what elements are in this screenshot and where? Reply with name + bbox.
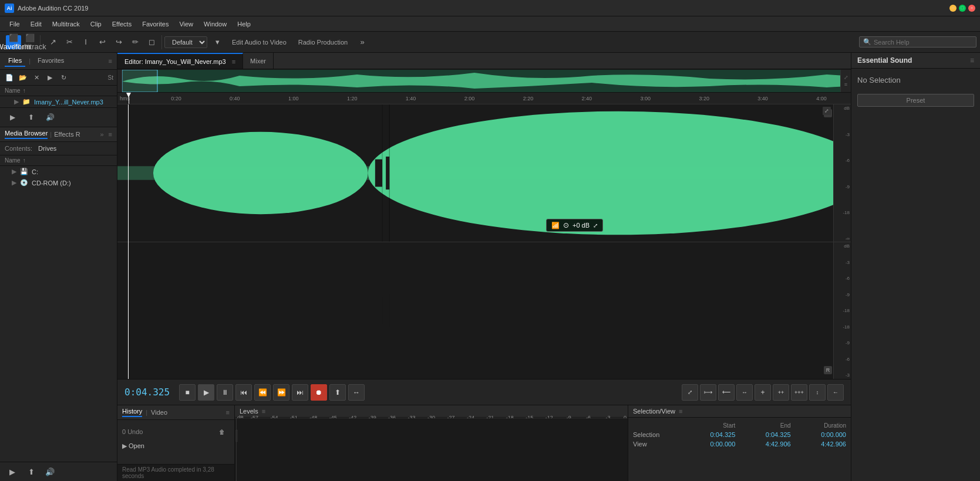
workspace-menu-button[interactable]: ▾ bbox=[210, 35, 225, 49]
menu-effects[interactable]: Effects bbox=[107, 19, 136, 29]
menu-multitrack[interactable]: Multitrack bbox=[48, 19, 85, 29]
workspace-selector[interactable]: Default bbox=[164, 36, 207, 48]
menu-clip[interactable]: Clip bbox=[86, 19, 106, 29]
open-history-item[interactable]: ▶ Open bbox=[122, 441, 230, 451]
zoom-in-button[interactable]: + bbox=[755, 384, 771, 401]
media-browser-tab[interactable]: Media Browser bbox=[5, 130, 48, 139]
zoom-fit-button[interactable]: ⤢ bbox=[682, 384, 698, 401]
effects-rack-tab[interactable]: Effects R bbox=[54, 131, 80, 138]
tab-files[interactable]: Files bbox=[5, 55, 25, 67]
menu-help[interactable]: Help bbox=[233, 19, 255, 29]
zoom-in-2-button[interactable]: ++ bbox=[773, 384, 789, 401]
mb-export-button[interactable]: ⬆ bbox=[23, 465, 39, 479]
menu-file[interactable]: File bbox=[5, 19, 25, 29]
view-start-value[interactable]: 0:00.000 bbox=[682, 441, 735, 448]
zoom-prev-button[interactable]: ← bbox=[827, 384, 844, 401]
pencil-tool-button[interactable]: ✏ bbox=[127, 35, 143, 49]
editor-tab-mixer[interactable]: Mixer bbox=[243, 53, 274, 69]
files-panel-header: Files | Favorites ≡ bbox=[0, 53, 117, 70]
selection-table: Start End Duration Selection 0:04.325 0:… bbox=[628, 418, 851, 452]
fit-icon[interactable]: ⤢ bbox=[844, 74, 848, 80]
edit-audio-to-video-button[interactable]: Edit Audio to Video bbox=[227, 35, 291, 49]
zoom-selection-button[interactable]: ↔ bbox=[736, 384, 753, 401]
marquee-tool-button[interactable]: ◻ bbox=[144, 35, 159, 49]
selection-end-value[interactable]: 0:04.325 bbox=[737, 431, 790, 438]
zoom-in-3-button[interactable]: +++ bbox=[791, 384, 807, 401]
fast-forward-button[interactable]: ⏩ bbox=[273, 384, 289, 401]
view-duration-value[interactable]: 4:42.906 bbox=[793, 441, 846, 448]
levels-menu-icon[interactable]: ≡ bbox=[262, 408, 265, 415]
undo-button[interactable]: ↩ bbox=[95, 35, 110, 49]
files-panel-menu[interactable]: ≡ bbox=[109, 57, 112, 65]
menu-view[interactable]: View bbox=[174, 19, 198, 29]
waveform-expand-button[interactable]: ⤢ bbox=[823, 107, 831, 115]
maximize-button[interactable]: □ bbox=[959, 5, 966, 12]
menu-favorites[interactable]: Favorites bbox=[137, 19, 173, 29]
mini-waveform[interactable] bbox=[122, 70, 840, 92]
zoom-out-time-button[interactable]: ⟵ bbox=[718, 384, 735, 401]
waveform-channel-left bbox=[117, 104, 833, 242]
drive-item-c[interactable]: ▶ 💾 C: bbox=[0, 166, 117, 177]
menu-window[interactable]: Window bbox=[199, 19, 231, 29]
levels-tab-label[interactable]: Levels bbox=[240, 408, 258, 415]
redo-button[interactable]: ↪ bbox=[111, 35, 126, 49]
search-icon: 🔍 bbox=[863, 38, 871, 46]
selection-view-tab[interactable]: Selection/View bbox=[633, 408, 675, 415]
mb-volume-button[interactable]: 🔊 bbox=[42, 465, 58, 479]
selection-start-value[interactable]: 0:04.325 bbox=[682, 431, 735, 438]
media-browser-menu-button[interactable]: ≡ bbox=[109, 131, 112, 138]
drives-button[interactable]: Drives bbox=[36, 144, 59, 153]
files-export-button[interactable]: ⬆ bbox=[23, 110, 39, 124]
selection-duration-value[interactable]: 0:00.000 bbox=[793, 431, 846, 438]
scroll-icon[interactable]: ≡ bbox=[844, 82, 847, 87]
export-button[interactable]: ⬆ bbox=[329, 384, 346, 401]
go-to-end-button[interactable]: ⏭ bbox=[292, 384, 308, 401]
close-button[interactable]: × bbox=[968, 5, 975, 12]
selection-view-menu[interactable]: ≡ bbox=[679, 408, 682, 415]
view-end-value[interactable]: 4:42.906 bbox=[737, 441, 790, 448]
autoplay-button[interactable]: ▶ bbox=[44, 72, 56, 83]
search-bar: 🔍 bbox=[859, 36, 976, 48]
essential-sound-menu[interactable]: ≡ bbox=[970, 56, 974, 65]
files-play-button[interactable]: ▶ bbox=[5, 110, 20, 124]
editor-tab-menu-icon[interactable]: ≡ bbox=[232, 58, 235, 65]
open-file-button[interactable]: 📂 bbox=[17, 72, 29, 83]
close-file-button[interactable]: ✕ bbox=[31, 72, 42, 83]
slice-tool-button[interactable]: ✂ bbox=[62, 35, 77, 49]
rewind-button[interactable]: ⏪ bbox=[254, 384, 271, 401]
radio-production-button[interactable]: Radio Production bbox=[294, 35, 352, 49]
waveform-area[interactable]: dB -3 -6 -9 -18 -∞ L dB -3 -6 -9 -18 -18 bbox=[117, 104, 851, 379]
history-menu-button[interactable]: ≡ bbox=[226, 409, 230, 416]
play-button[interactable]: ▶ bbox=[198, 384, 214, 401]
zoom-fit-all-button[interactable]: ↕ bbox=[809, 384, 826, 401]
minimize-button[interactable]: − bbox=[949, 5, 957, 12]
file-item-imany[interactable]: ▶ 📁 Imany_Y...ill_Never.mp3 bbox=[0, 96, 117, 107]
db-bot-n18: -18 bbox=[843, 308, 850, 313]
editor-tab-waveform[interactable]: Editor: Imany_You_Will_Never.mp3 ≡ bbox=[117, 53, 243, 69]
media-browser-expand-button[interactable]: » bbox=[100, 131, 103, 138]
multitrack-view-button[interactable]: ⬛ Multitrack bbox=[22, 35, 38, 49]
loop-button[interactable]: ↻ bbox=[58, 72, 69, 83]
video-tab[interactable]: Video bbox=[151, 409, 167, 416]
time-selection-button[interactable]: I bbox=[78, 35, 93, 49]
mb-play-button[interactable]: ▶ bbox=[5, 465, 20, 479]
zoom-in-time-button[interactable]: ⟼ bbox=[700, 384, 716, 401]
drive-item-d[interactable]: ▶ 💿 CD-ROM (D:) bbox=[0, 177, 117, 188]
history-tab[interactable]: History bbox=[122, 408, 142, 417]
loop-transport-button[interactable]: ↔ bbox=[348, 384, 365, 401]
new-file-button[interactable]: 📄 bbox=[4, 72, 15, 83]
pause-button[interactable]: ⏸ bbox=[217, 384, 233, 401]
files-volume-button[interactable]: 🔊 bbox=[42, 110, 58, 124]
gain-expand-icon[interactable]: ⤢ bbox=[593, 222, 598, 229]
search-input[interactable] bbox=[874, 39, 972, 46]
go-to-start-button[interactable]: ⏮ bbox=[235, 384, 252, 401]
tab-favorites[interactable]: Favorites bbox=[34, 55, 68, 67]
history-header: History | Video ≡ bbox=[117, 405, 234, 420]
stop-button[interactable]: ■ bbox=[179, 384, 196, 401]
clear-history-button[interactable]: 🗑 bbox=[214, 425, 230, 439]
move-tool-button[interactable]: ↗ bbox=[45, 35, 60, 49]
preset-button[interactable]: Preset bbox=[857, 94, 974, 107]
record-button[interactable]: ⏺ bbox=[311, 384, 327, 401]
more-workspaces-button[interactable]: » bbox=[355, 35, 370, 49]
menu-edit[interactable]: Edit bbox=[26, 19, 46, 29]
